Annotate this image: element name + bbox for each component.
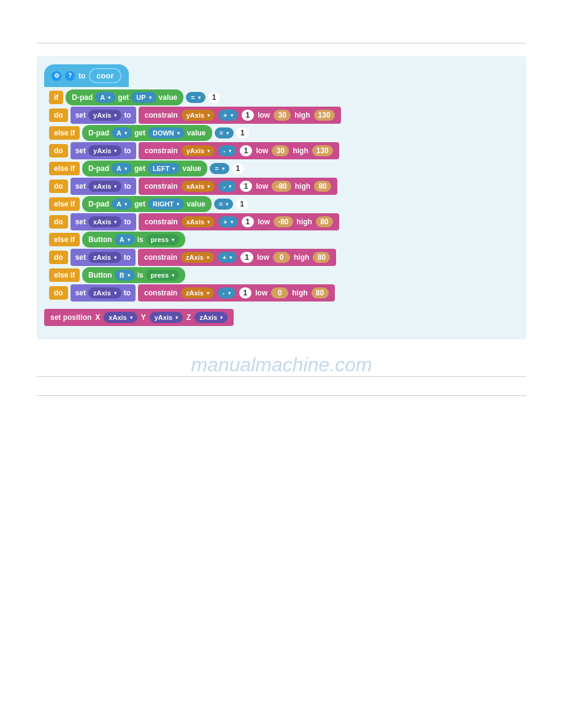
eq-dropdown-1[interactable]: =▾ bbox=[186, 92, 205, 103]
else-if-block-3: else if bbox=[49, 162, 80, 175]
watermark: manualmachine.com bbox=[191, 354, 372, 376]
button-block-6[interactable]: Button B▾ is press▾ bbox=[82, 267, 185, 283]
eq-dropdown-4[interactable]: =▾ bbox=[214, 199, 233, 210]
set-block-2[interactable]: set yAxis▾ to bbox=[71, 142, 136, 159]
bottom-rule-2 bbox=[37, 395, 526, 396]
hat-block-row: ⚙ ? to coor bbox=[44, 64, 519, 88]
direction-dropdown-3[interactable]: LEFT▾ bbox=[148, 163, 180, 174]
x-axis-dropdown[interactable]: xAxis▾ bbox=[104, 312, 137, 323]
dpad-var-dropdown-3[interactable]: A▾ bbox=[112, 163, 132, 174]
set-var-dropdown-6[interactable]: zAxis▾ bbox=[88, 287, 121, 298]
constrain-var-dropdown-5[interactable]: zAxis▾ bbox=[181, 252, 214, 263]
y-axis-dropdown[interactable]: yAxis▾ bbox=[150, 312, 183, 323]
constrain-block-3: constrain xAxis▾ -▾ 1 low -80 high 80 bbox=[139, 178, 337, 195]
eq-dropdown-2[interactable]: =▾ bbox=[215, 127, 234, 138]
constrain-var-dropdown-1[interactable]: yAxis▾ bbox=[182, 110, 215, 121]
high-val-2: 130 bbox=[312, 145, 333, 156]
coor-label: coor bbox=[89, 68, 121, 83]
dpad-block-3[interactable]: D-pad A▾ get LEFT▾ value bbox=[82, 161, 207, 176]
set-position-block[interactable]: set position X xAxis▾ Y yAxis▾ Z zAxis▾ bbox=[44, 309, 234, 326]
do-row-3: do set xAxis▾ to constrain xAxis▾ -▾ 1 l… bbox=[49, 178, 519, 195]
dpad-var-dropdown-4[interactable]: A▾ bbox=[112, 199, 132, 210]
else-if-row-3: else if D-pad A▾ get LEFT▾ value =▾ 1 bbox=[49, 161, 519, 176]
low-val-1: 30 bbox=[274, 110, 291, 121]
high-val-3: 80 bbox=[314, 181, 331, 192]
direction-dropdown-4[interactable]: RIGHT▾ bbox=[148, 199, 184, 210]
set-var-dropdown-2[interactable]: yAxis▾ bbox=[88, 145, 121, 156]
do-block-3: do bbox=[49, 180, 68, 193]
constrain-op-dropdown-4[interactable]: +▾ bbox=[218, 216, 237, 227]
scratch-area: ⚙ ? to coor if D-pad A▾ get UP▾ value =▾… bbox=[37, 56, 526, 339]
dpad-block-2[interactable]: D-pad A▾ get DOWN▾ value bbox=[82, 125, 212, 141]
do-row-5: do set zAxis▾ to constrain zAxis▾ +▾ 1 l… bbox=[49, 249, 519, 266]
else-if-row-5: else if Button A▾ is press▾ bbox=[49, 232, 519, 248]
low-val-2: 30 bbox=[272, 145, 289, 156]
button-var-dropdown-5[interactable]: A▾ bbox=[115, 234, 135, 245]
do-block-2: do bbox=[49, 144, 68, 157]
num-val-1: 1 bbox=[208, 92, 221, 103]
high-val-1: 130 bbox=[314, 110, 335, 121]
high-val-5: 80 bbox=[313, 252, 330, 263]
constrain-op-dropdown-6[interactable]: -▾ bbox=[218, 287, 236, 298]
else-if-row-2: else if D-pad A▾ get DOWN▾ value =▾ 1 bbox=[49, 125, 519, 141]
low-val-5: 0 bbox=[273, 252, 290, 263]
constrain-op-dropdown-5[interactable]: +▾ bbox=[218, 252, 237, 263]
constrain-block-6: constrain zAxis▾ -▾ 1 low 0 high 80 bbox=[138, 284, 334, 301]
set-var-dropdown-4[interactable]: xAxis▾ bbox=[88, 216, 121, 227]
to-label: to bbox=[79, 72, 85, 80]
press-dropdown-5[interactable]: press▾ bbox=[146, 234, 179, 245]
set-block-6[interactable]: set zAxis▾ to bbox=[71, 284, 136, 301]
constrain-op-dropdown-2[interactable]: -▾ bbox=[218, 145, 236, 156]
if-block-1: if bbox=[49, 91, 63, 104]
hat-block: ⚙ ? to coor bbox=[44, 64, 129, 87]
low-val-6: 0 bbox=[271, 287, 288, 298]
constrain-var-dropdown-6[interactable]: zAxis▾ bbox=[181, 287, 214, 298]
press-dropdown-6[interactable]: press▾ bbox=[146, 270, 179, 281]
constrain-block-1: constrain yAxis▾ +▾ 1 low 30 high 130 bbox=[139, 107, 341, 124]
settings-icon[interactable]: ⚙ bbox=[52, 71, 61, 81]
set-var-dropdown-3[interactable]: xAxis▾ bbox=[88, 181, 121, 192]
constrain-var-dropdown-3[interactable]: xAxis▾ bbox=[182, 181, 215, 192]
do-block-5: do bbox=[49, 251, 68, 264]
constrain-op-num-2: 1 bbox=[240, 145, 253, 156]
constrain-var-dropdown-2[interactable]: yAxis▾ bbox=[182, 145, 215, 156]
button-var-dropdown-6[interactable]: B▾ bbox=[115, 270, 135, 281]
constrain-op-dropdown-1[interactable]: +▾ bbox=[218, 110, 237, 121]
constrain-op-num-3: 1 bbox=[240, 181, 253, 192]
else-if-block-2: else if bbox=[49, 126, 80, 140]
set-var-dropdown-5[interactable]: zAxis▾ bbox=[88, 252, 121, 263]
bottom-rule-1 bbox=[37, 376, 526, 377]
set-block-3[interactable]: set xAxis▾ to bbox=[71, 178, 136, 195]
do-row-4: do set xAxis▾ to constrain xAxis▾ +▾ 1 l… bbox=[49, 213, 519, 230]
constrain-block-5: constrain zAxis▾ +▾ 1 low 0 high 80 bbox=[138, 249, 336, 266]
direction-dropdown-2[interactable]: DOWN▾ bbox=[148, 127, 185, 138]
do-row-6: do set zAxis▾ to constrain zAxis▾ -▾ 1 l… bbox=[49, 284, 519, 301]
else-if-row-4: else if D-pad A▾ get RIGHT▾ value =▾ 1 bbox=[49, 196, 519, 212]
dpad-block-1[interactable]: D-pad A▾ get UP▾ value bbox=[66, 89, 183, 105]
set-block-5[interactable]: set zAxis▾ to bbox=[71, 249, 136, 266]
eq-dropdown-3[interactable]: =▾ bbox=[210, 163, 229, 174]
constrain-var-dropdown-4[interactable]: xAxis▾ bbox=[182, 216, 215, 227]
num-val-3: 1 bbox=[232, 163, 245, 174]
direction-dropdown-1[interactable]: UP▾ bbox=[131, 92, 156, 103]
set-block-1[interactable]: set yAxis▾ to bbox=[71, 107, 136, 124]
set-block-4[interactable]: set xAxis▾ to bbox=[71, 213, 136, 230]
button-block-5[interactable]: Button A▾ is press▾ bbox=[82, 232, 185, 248]
low-val-4: -80 bbox=[274, 216, 293, 227]
dpad-block-4[interactable]: D-pad A▾ get RIGHT▾ value bbox=[82, 196, 212, 212]
do-block-1: do bbox=[49, 108, 68, 122]
z-axis-dropdown[interactable]: zAxis▾ bbox=[194, 312, 228, 323]
set-position-row: set position X xAxis▾ Y yAxis▾ Z zAxis▾ bbox=[44, 306, 519, 326]
question-icon[interactable]: ? bbox=[65, 71, 75, 81]
num-val-4: 1 bbox=[236, 199, 248, 210]
else-if-row-6: else if Button B▾ is press▾ bbox=[49, 267, 519, 283]
do-row-2: do set yAxis▾ to constrain yAxis▾ -▾ 1 l… bbox=[49, 142, 519, 159]
dpad-var-dropdown-2[interactable]: A▾ bbox=[112, 127, 132, 138]
constrain-op-num-4: 1 bbox=[242, 216, 255, 227]
low-val-3: -80 bbox=[272, 181, 291, 192]
constrain-op-dropdown-3[interactable]: -▾ bbox=[218, 181, 236, 192]
dpad-var-dropdown-1[interactable]: A▾ bbox=[95, 92, 115, 103]
do-block-6: do bbox=[49, 286, 68, 300]
constrain-op-num-6: 1 bbox=[239, 287, 252, 298]
set-var-dropdown-1[interactable]: yAxis▾ bbox=[88, 110, 121, 121]
